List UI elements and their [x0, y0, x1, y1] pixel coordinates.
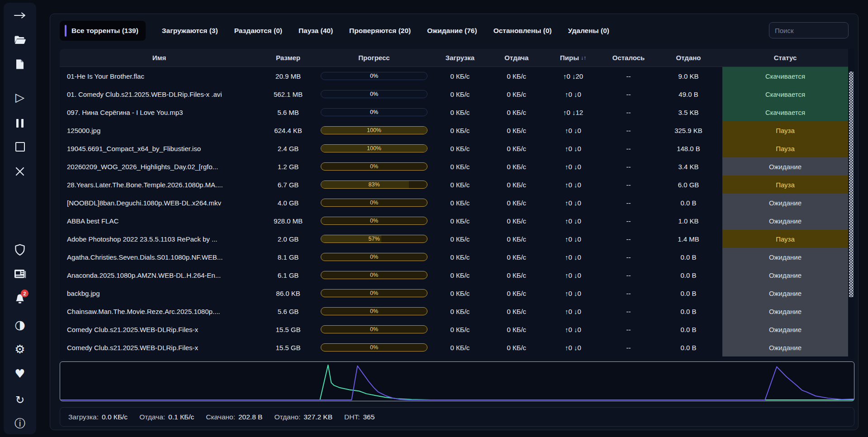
download-speed: 0 КБ/с	[431, 212, 489, 230]
uploaded-amount: 0.0 B	[655, 338, 722, 356]
add-file-button[interactable]	[8, 58, 32, 71]
status-badge: Пауза	[722, 230, 848, 248]
table-row[interactable]: 097. Нина Серёгина - I Love You.mp35.6 M…	[60, 103, 848, 121]
table-row[interactable]: 20260209_WOG_2026_Highlights_Day.02_[rgf…	[60, 157, 848, 176]
torrent-progress: 0%	[318, 320, 431, 338]
table-row[interactable]: 01. Comedy Club.s21.2025.WEB-DLRip.Files…	[60, 85, 848, 103]
status-badge: Скачивается	[722, 103, 848, 121]
refresh-button[interactable]: ↻	[8, 394, 32, 406]
torrent-progress: 100%	[318, 121, 431, 139]
uploaded-amount: 1.0 KB	[655, 212, 722, 230]
progress-label: 100%	[321, 145, 427, 152]
download-speed: 0 КБ/с	[431, 230, 489, 248]
tab-label: Удалены (0)	[568, 27, 609, 35]
shield-icon	[14, 244, 25, 256]
table-row[interactable]: backbg.jpg86.0 KB0%0 КБ/с0 КБ/с↑0 ↓0--0.…	[60, 284, 848, 302]
tab-5[interactable]: Ожидание (76)	[427, 27, 477, 35]
table-row[interactable]: [NOOBDL]8ban.Deguchi.1080p.WEB-DL.x264.m…	[60, 194, 848, 212]
table-row[interactable]: ABBA best FLAC928.0 MB0%0 КБ/с0 КБ/с↑0 ↓…	[60, 212, 848, 230]
table-row[interactable]: 28.Years.Later.The.Bone.Temple.2026.1080…	[60, 176, 848, 194]
table-row[interactable]: 125000.jpg624.4 KB100%0 КБ/с0 КБ/с↑0 ↓0-…	[60, 121, 848, 139]
tab-3[interactable]: Пауза (40)	[299, 27, 333, 35]
pause-button[interactable]	[8, 117, 32, 129]
progress-bar: 0%	[321, 253, 427, 261]
scrollbar-thumb[interactable]	[849, 71, 854, 297]
theme-toggle-button[interactable]: ◑	[8, 318, 32, 331]
column-header-status[interactable]: Статус	[722, 49, 848, 66]
tab-6[interactable]: Остановлены (0)	[493, 27, 552, 35]
upload-speed: 0 КБ/с	[489, 121, 544, 139]
settings-button[interactable]: ⚙	[8, 343, 32, 356]
table-row[interactable]: Anaconda.2025.1080p.AMZN.WEB-DL.H.264-En…	[60, 266, 848, 284]
speed-graph-canvas	[60, 362, 854, 401]
column-header-peers[interactable]: Пиры ↓↑	[544, 49, 602, 66]
refresh-icon: ↻	[15, 394, 24, 405]
time-remaining: --	[602, 176, 655, 194]
security-button[interactable]	[8, 243, 32, 256]
column-header-download[interactable]: Загрузка	[431, 49, 489, 66]
search-input[interactable]	[769, 27, 848, 34]
expand-sidebar-button[interactable]	[8, 9, 32, 22]
tab-0[interactable]: Все торренты (139)	[60, 21, 146, 41]
upload-speed: 0 КБ/с	[489, 320, 544, 338]
open-folder-button[interactable]	[8, 33, 32, 46]
table-row[interactable]: Agatha.Christies.Seven.Dials.S01.1080p.N…	[60, 248, 848, 266]
progress-bar: 0%	[321, 271, 427, 279]
stop-icon	[15, 142, 25, 152]
column-header-size[interactable]: Размер	[259, 49, 318, 66]
peers-count: ↑0 ↓0	[544, 139, 602, 157]
torrent-progress: 0%	[318, 67, 431, 85]
heart-icon: ♥	[14, 368, 25, 380]
stop-button[interactable]	[8, 140, 32, 153]
upload-speed: 0 КБ/с	[489, 284, 544, 302]
column-header-upload[interactable]: Отдача	[489, 49, 544, 66]
table-row[interactable]: Chainsaw.Man.The.Movie.Reze.Arc.2025.108…	[60, 302, 848, 320]
progress-bar: 0%	[321, 108, 427, 116]
torrent-size: 4.0 GB	[259, 194, 318, 212]
tab-4[interactable]: Проверяются (20)	[349, 27, 411, 35]
download-speed: 0 КБ/с	[431, 67, 489, 85]
column-header-uploaded[interactable]: Отдано	[655, 49, 722, 66]
tab-label: Раздаются (0)	[234, 27, 282, 35]
about-button[interactable]: ⓘ	[8, 417, 32, 430]
remove-button[interactable]	[8, 165, 32, 178]
upload-speed: 0 КБ/с	[489, 157, 544, 176]
uploaded-amount: 9.0 KB	[655, 67, 722, 85]
torrent-name: Comedy Club.s21.2025.WEB-DLRip.Files-x	[60, 338, 259, 356]
column-header-remaining[interactable]: Осталось	[602, 49, 655, 66]
news-button[interactable]	[8, 268, 32, 280]
table-row[interactable]: Comedy Club.s21.2025.WEB-DLRip.Files-x15…	[60, 320, 848, 338]
peers-count: ↑0 ↓0	[544, 85, 602, 103]
table-row[interactable]: Comedy Club.s21.2025.WEB-DLRip.Files-x15…	[60, 338, 848, 356]
status-badge: Пауза	[722, 121, 848, 139]
table-row[interactable]: Adobe Photoshop 2022 23.5.5.1103 RePack …	[60, 230, 848, 248]
table-row[interactable]: 19045.6691_Compact_x64_by_Flibustier.iso…	[60, 139, 848, 157]
table-row[interactable]: 01-He Is Your Brother.flac20.9 MB0%0 КБ/…	[60, 67, 848, 85]
torrent-name: 125000.jpg	[60, 121, 259, 139]
column-header-progress[interactable]: Прогресс	[318, 49, 431, 66]
upload-speed: 0 КБ/с	[489, 85, 544, 103]
download-speed-line	[60, 365, 854, 400]
torrent-progress: 0%	[318, 266, 431, 284]
tab-7[interactable]: Удалены (0)	[568, 27, 609, 35]
column-header-name[interactable]: Имя	[60, 49, 259, 66]
torrent-progress: 0%	[318, 85, 431, 103]
torrent-size: 2.0 GB	[259, 230, 318, 248]
torrent-size: 2.4 GB	[259, 139, 318, 157]
peers-count: ↑0 ↓0	[544, 248, 602, 266]
notifications-button[interactable]: 2	[8, 292, 32, 305]
torrent-name: Anaconda.2025.1080p.AMZN.WEB-DL.H.264-En…	[60, 266, 259, 284]
peers-count: ↑0 ↓12	[544, 103, 602, 121]
time-remaining: --	[602, 212, 655, 230]
tab-1[interactable]: Загружаются (3)	[162, 27, 218, 35]
torrent-name: 28.Years.Later.The.Bone.Temple.2026.1080…	[60, 176, 259, 194]
peers-count: ↑0 ↓0	[544, 266, 602, 284]
upload-speed: 0 КБ/с	[489, 139, 544, 157]
torrent-progress: 0%	[318, 157, 431, 176]
stat-value: 0.0 КБ/с	[102, 413, 128, 421]
tab-2[interactable]: Раздаются (0)	[234, 27, 282, 35]
upload-speed: 0 КБ/с	[489, 338, 544, 356]
start-button[interactable]: ▷	[8, 91, 32, 104]
progress-bar: 100%	[321, 144, 427, 152]
favorites-button[interactable]: ♥	[8, 367, 32, 380]
